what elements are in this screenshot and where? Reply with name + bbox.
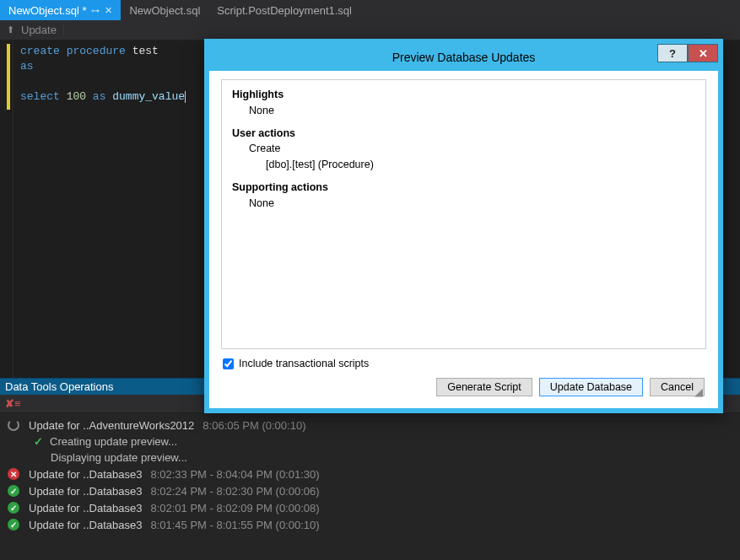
user-actions-l2: [dbo].[test] (Procedure) — [232, 157, 695, 173]
success-icon: ✓ — [7, 518, 20, 531]
dialog-controls: ? ✕ — [657, 44, 718, 62]
tab-label: NewObject.sql * — [8, 4, 86, 17]
ops-clear-icon[interactable]: ✘≡ — [5, 397, 21, 410]
operation-substep: Displaying update preview... — [0, 450, 740, 466]
dialog-footer: Generate Script Update Database Cancel ◢ — [221, 373, 706, 400]
close-icon[interactable]: ✕ — [105, 5, 112, 16]
pin-icon: ⊶ — [91, 6, 100, 15]
preview-dialog: Preview Database Updates ? ✕ Highlights … — [204, 39, 723, 413]
update-button[interactable]: Update — [21, 24, 57, 36]
highlights-body: None — [232, 103, 695, 119]
code-content: create procedure test as select 100 as d… — [14, 40, 192, 378]
help-icon: ? — [669, 47, 676, 60]
operation-time: 8:02:01 PM - 8:02:09 PM (0:00:08) — [150, 502, 319, 514]
change-marker — [7, 44, 10, 110]
update-database-button[interactable]: Update Database — [539, 378, 643, 396]
dialog-titlebar[interactable]: Preview Database Updates ? ✕ — [209, 44, 718, 71]
substep-text: Creating update preview... — [50, 435, 177, 448]
operations-list: Update for ..AdventureWorks2012 8:06:05 … — [0, 413, 740, 560]
dialog-content[interactable]: Highlights None User actions Create [dbo… — [221, 79, 706, 349]
dialog-body: Highlights None User actions Create [dbo… — [209, 71, 718, 408]
update-arrow-icon: ⬆ — [7, 24, 14, 35]
operation-label: Update for ..Database3 — [29, 485, 142, 498]
tab-label: Script.PostDeployment1.sql — [217, 4, 352, 17]
user-actions-header: User actions — [232, 127, 295, 139]
close-button[interactable]: ✕ — [688, 44, 718, 62]
check-icon: ✓ — [34, 435, 43, 448]
operation-row[interactable]: ✓ Update for ..Database3 8:02:24 PM - 8:… — [0, 482, 740, 499]
substep-text: Displaying update preview... — [51, 451, 187, 464]
tab-bar: NewObject.sql * ⊶ ✕ NewObject.sql Script… — [0, 0, 740, 20]
operation-label: Update for ..Database3 — [29, 468, 142, 481]
operation-label: Update for ..AdventureWorks2012 — [29, 419, 194, 432]
supporting-body: None — [232, 196, 695, 212]
operation-time: 8:06:05 PM (0:00:10) — [203, 419, 305, 432]
kw-as2: as — [93, 90, 106, 103]
kw-create: create — [20, 45, 60, 57]
kw-procedure: procedure — [67, 45, 126, 57]
tab-newobject[interactable]: NewObject.sql — [121, 0, 208, 20]
operation-label: Update for ..Database3 — [29, 502, 142, 514]
include-transactional-checkbox[interactable]: Include transactional scripts — [221, 349, 706, 373]
ident-test: test — [132, 45, 159, 57]
spinner-icon — [7, 418, 20, 432]
tab-newobject-dirty[interactable]: NewObject.sql * ⊶ ✕ — [0, 0, 121, 20]
include-transactional-label: Include transactional scripts — [239, 358, 369, 369]
operation-substep: ✓ Creating update preview... — [0, 433, 740, 450]
operation-row[interactable]: Update for ..AdventureWorks2012 8:06:05 … — [0, 417, 740, 433]
tab-script-postdeploy[interactable]: Script.PostDeployment1.sql — [208, 0, 360, 20]
editor-toolbar: ⬆ Update — [0, 20, 740, 40]
resize-grip-icon[interactable]: ◢ — [694, 388, 706, 400]
literal-100: 100 — [67, 90, 86, 103]
dialog-title: Preview Database Updates — [392, 51, 536, 64]
highlights-header: Highlights — [232, 89, 284, 100]
editor-gutter — [0, 40, 14, 378]
operation-row[interactable]: ✓ Update for ..Database3 8:01:45 PM - 8:… — [0, 516, 740, 533]
operation-time: 8:02:33 PM - 8:04:04 PM (0:01:30) — [150, 468, 319, 481]
ident-dummy: dummy_value — [112, 90, 185, 103]
generate-script-button[interactable]: Generate Script — [436, 378, 532, 396]
operation-time: 8:01:45 PM - 8:01:55 PM (0:00:10) — [150, 519, 319, 531]
success-icon: ✓ — [7, 484, 20, 498]
kw-select: select — [20, 90, 60, 103]
tab-label: NewObject.sql — [129, 4, 200, 17]
supporting-header: Supporting actions — [232, 181, 328, 193]
operation-row[interactable]: ✓ Update for ..Database3 8:02:01 PM - 8:… — [0, 499, 740, 516]
success-icon: ✓ — [7, 501, 20, 514]
kw-as: as — [20, 60, 34, 73]
operation-time: 8:02:24 PM - 8:02:30 PM (0:00:06) — [150, 485, 319, 498]
panel-title: Data Tools Operations — [5, 380, 113, 393]
include-transactional-input[interactable] — [223, 358, 234, 369]
error-icon: ✕ — [7, 467, 20, 481]
close-icon: ✕ — [699, 47, 708, 60]
user-actions-l1: Create — [232, 141, 695, 157]
text-cursor — [185, 91, 186, 103]
help-button[interactable]: ? — [657, 44, 688, 62]
operation-row[interactable]: ✕ Update for ..Database3 8:02:33 PM - 8:… — [0, 466, 740, 482]
toolbar-divider — [63, 24, 64, 36]
operation-label: Update for ..Database3 — [29, 519, 142, 531]
